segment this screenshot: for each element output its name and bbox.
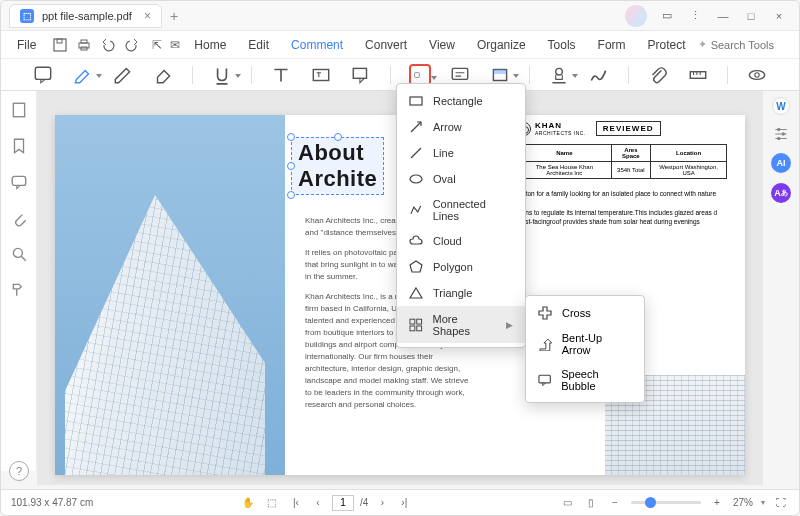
svg-point-34 <box>777 128 780 131</box>
menu-convert[interactable]: Convert <box>355 34 417 56</box>
first-page-icon[interactable]: |‹ <box>288 495 304 511</box>
close-window-button[interactable]: × <box>767 6 791 26</box>
file-menu[interactable]: File <box>9 34 44 56</box>
pencil-tool-icon[interactable] <box>112 64 134 86</box>
user-avatar[interactable] <box>625 5 647 27</box>
hide-comments-icon[interactable] <box>746 64 768 86</box>
maximize-button[interactable]: □ <box>739 6 763 26</box>
save-icon[interactable] <box>52 37 68 53</box>
signature-tool-icon[interactable] <box>588 64 610 86</box>
left-sidebar <box>1 91 37 471</box>
cloud-shape-icon <box>409 234 423 248</box>
menu-form[interactable]: Form <box>588 34 636 56</box>
redo-icon[interactable] <box>124 37 140 53</box>
word-export-icon[interactable]: W <box>772 97 790 115</box>
upload-icon[interactable]: ⇱ <box>152 37 162 53</box>
attachment-tool-icon[interactable] <box>647 64 669 86</box>
zoom-out-icon[interactable]: − <box>607 495 623 511</box>
highlight-tool-icon[interactable] <box>72 64 94 86</box>
select-tool-icon[interactable]: ⬚ <box>264 495 280 511</box>
text-tool-icon[interactable] <box>270 64 292 86</box>
shape-speech-bubble[interactable]: Speech Bubble <box>526 362 644 398</box>
textbox-tool-icon[interactable] <box>310 64 332 86</box>
zoom-dropdown-icon[interactable]: ▾ <box>761 498 765 507</box>
selection-handle[interactable] <box>287 162 295 170</box>
continuous-view-icon[interactable]: ▭ <box>559 495 575 511</box>
menu-protect[interactable]: Protect <box>638 34 696 56</box>
svg-rect-45 <box>539 375 550 383</box>
fields-panel-icon[interactable] <box>10 281 28 299</box>
close-tab-icon[interactable]: × <box>144 9 151 23</box>
search-panel-icon[interactable] <box>10 245 28 263</box>
help-button[interactable]: ? <box>9 461 29 481</box>
zoom-slider[interactable] <box>631 501 701 504</box>
undo-icon[interactable] <box>100 37 116 53</box>
shape-polygon[interactable]: Polygon <box>397 254 525 280</box>
note-tool-icon[interactable] <box>32 64 54 86</box>
stamp-tool-icon[interactable] <box>548 64 570 86</box>
ai-badge-icon[interactable]: AI <box>771 153 791 173</box>
menu-home[interactable]: Home <box>184 34 236 56</box>
statusbar: 101.93 x 47.87 cm ✋ ⬚ |‹ ‹ /4 › ›| ▭ ▯ −… <box>1 489 799 515</box>
shape-connected-lines[interactable]: Connected Lines <box>397 192 525 228</box>
thumbnails-icon[interactable] <box>10 101 28 119</box>
comments-panel-icon[interactable] <box>10 173 28 191</box>
page-navigation: |‹ ‹ /4 › ›| <box>288 495 412 511</box>
selection-handle[interactable] <box>287 191 295 199</box>
bookmarks-icon[interactable] <box>10 137 28 155</box>
ai-translate-icon[interactable]: Aあ <box>771 183 791 203</box>
svg-rect-28 <box>12 176 26 185</box>
settings-panel-icon[interactable] <box>772 125 790 143</box>
shape-cross[interactable]: Cross <box>526 300 644 326</box>
tab-title: ppt file-sample.pdf <box>42 10 132 22</box>
selection-handle[interactable] <box>334 133 342 141</box>
shape-cloud[interactable]: Cloud <box>397 228 525 254</box>
headline-text: Archite <box>298 166 377 192</box>
underline-tool-icon[interactable] <box>211 64 233 86</box>
kebab-menu-icon[interactable]: ⋮ <box>683 6 707 26</box>
next-page-icon[interactable]: › <box>374 495 390 511</box>
search-tools[interactable]: ✦ ☁ ˆ <box>698 37 800 53</box>
single-page-icon[interactable]: ▯ <box>583 495 599 511</box>
menu-edit[interactable]: Edit <box>238 34 279 56</box>
shape-bent-up-arrow[interactable]: Bent-Up Arrow <box>526 326 644 362</box>
svg-rect-14 <box>452 68 467 79</box>
selection-handle[interactable] <box>287 133 295 141</box>
menu-tools[interactable]: Tools <box>538 34 586 56</box>
app-icon: ⬚ <box>20 9 34 23</box>
shape-line[interactable]: Line <box>397 140 525 166</box>
menu-organize[interactable]: Organize <box>467 34 536 56</box>
print-icon[interactable] <box>76 37 92 53</box>
search-tools-input[interactable] <box>711 39 791 51</box>
svg-rect-13 <box>415 72 420 77</box>
last-page-icon[interactable]: ›| <box>396 495 412 511</box>
document-tab[interactable]: ⬚ ppt file-sample.pdf × <box>9 4 162 28</box>
share-icon[interactable]: ✉ <box>170 37 180 53</box>
eraser-tool-icon[interactable] <box>152 64 174 86</box>
oval-icon <box>409 172 423 186</box>
measure-tool-icon[interactable] <box>687 64 709 86</box>
fullscreen-icon[interactable]: ⛶ <box>773 495 789 511</box>
new-tab-button[interactable]: + <box>170 8 178 24</box>
callout-tool-icon[interactable] <box>350 64 372 86</box>
hand-tool-icon[interactable]: ✋ <box>240 495 256 511</box>
zoom-in-icon[interactable]: + <box>709 495 725 511</box>
shape-more-shapes[interactable]: More Shapes ▶ <box>397 306 525 343</box>
shape-arrow[interactable]: Arrow <box>397 114 525 140</box>
svg-rect-37 <box>410 97 422 105</box>
minimize-button[interactable]: — <box>711 6 735 26</box>
shape-rectangle[interactable]: Rectangle <box>397 88 525 114</box>
svg-rect-3 <box>81 40 87 43</box>
menu-comment[interactable]: Comment <box>281 34 353 56</box>
page-number-input[interactable] <box>332 495 354 511</box>
feedback-icon[interactable]: ▭ <box>655 6 679 26</box>
text-selection-box[interactable]: About Archite <box>291 137 384 195</box>
svg-rect-0 <box>54 39 66 51</box>
attachments-panel-icon[interactable] <box>10 209 28 227</box>
shapes-dropdown: Rectangle Arrow Line Oval Connected Line… <box>396 83 526 348</box>
svg-rect-21 <box>690 71 705 78</box>
menu-view[interactable]: View <box>419 34 465 56</box>
shape-oval[interactable]: Oval <box>397 166 525 192</box>
prev-page-icon[interactable]: ‹ <box>310 495 326 511</box>
shape-triangle[interactable]: Triangle <box>397 280 525 306</box>
